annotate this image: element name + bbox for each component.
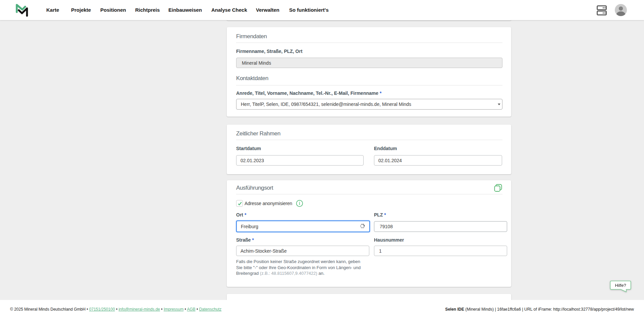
- svg-text:Hilfe?: Hilfe?: [615, 283, 626, 288]
